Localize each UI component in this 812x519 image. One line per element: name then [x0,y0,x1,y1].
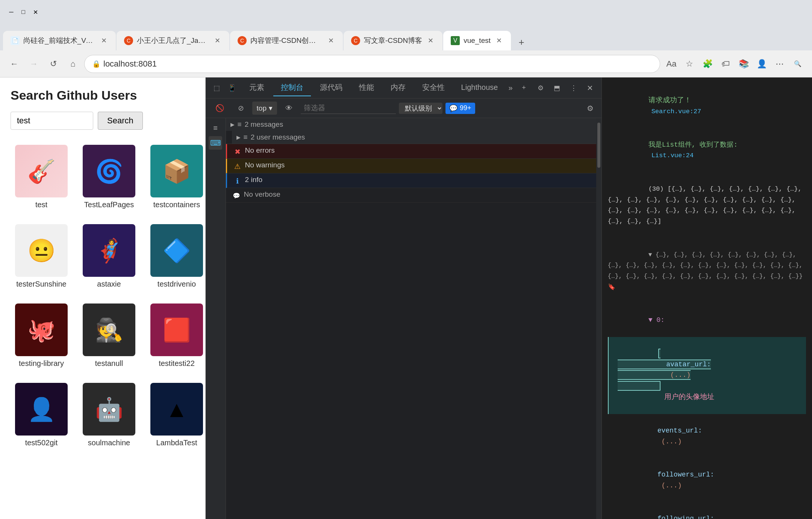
console-no-verbose[interactable]: 💬 No verbose [226,188,596,203]
app-title: Search Github Users [11,88,195,103]
search-row: Search [11,112,195,130]
expand-icon: ▶ [230,121,235,127]
filter-input[interactable] [301,102,396,114]
code-line-following-url[interactable]: following_url: (...) [608,502,806,519]
lock-icon: 🔒 [92,60,100,68]
devtools-tab-security[interactable]: 安全性 [415,79,452,96]
user-avatar-soulmachine: 🤖 [83,383,135,436]
forward-button[interactable]: → [26,56,42,72]
user-card-testersunshine[interactable]: 😐 testerSunshine [11,220,72,293]
code-line-avatar-url[interactable]: avatar_url: (...) 用户的头像地址 [608,337,806,414]
user-card-test502git[interactable]: 👤 test502git [11,378,72,452]
user-card-testleafpages[interactable]: 🌀 TestLeafPages [78,140,140,214]
info-label: 2 info [245,176,590,184]
address-bar[interactable]: 🔒 localhost:8081 [84,55,660,73]
coupon-icon[interactable]: 🏷 [717,56,734,72]
message-count-badge[interactable]: 💬 99+ [445,103,475,114]
devtools-top-dropdown[interactable]: top ▾ [252,102,277,115]
tab-2[interactable]: C 小王小王几点了_JavaScript,CS... ✕ [117,31,229,50]
bookmark-icon[interactable]: ☆ [681,56,698,72]
devtools-icon[interactable]: 🔍 [789,56,806,72]
devtools-tab-console[interactable]: 控制台 [273,79,311,96]
user-name-testleafpages: TestLeafPages [84,200,134,209]
devtools-settings-button[interactable]: ⚙ [534,81,547,95]
search-vue-link[interactable]: Search.vue:27 [651,108,701,115]
devtools-more-button[interactable]: ⋮ [567,81,580,95]
search-input[interactable] [11,112,93,130]
user-card-lambdatest[interactable]: ▲ LambdaTest [146,378,206,452]
new-tab-button[interactable]: + [513,34,530,50]
user-card-testdrivenio[interactable]: 🔷 testdrivenio [146,220,206,293]
devtools-dock-button[interactable]: ⬒ [550,81,564,95]
back-button[interactable]: ← [6,56,23,72]
tab-1-close[interactable]: ✕ [99,36,108,45]
maximize-button[interactable]: □ [18,7,29,17]
devtools-mobile-icon[interactable]: 📱 [225,81,239,95]
devtools-gear-icon[interactable]: ⚙ [583,102,597,115]
user-avatar-testanull: 🕵 [83,304,135,356]
tab-1[interactable]: 📄 尚硅谷_前端技术_Vue全家桶p... ✕ [3,31,116,50]
code-line-events-url[interactable]: events_url: (...) [608,414,806,458]
console-group-header-user-messages[interactable]: ▶ ≡ 2 user messages [232,131,596,144]
sidebar-messages-icon[interactable]: ≡ [209,121,222,135]
devtools-tab-sources[interactable]: 源代码 [312,79,350,96]
tab-5-close[interactable]: ✕ [494,36,503,45]
console-no-warnings[interactable]: ⚠ No warnings [226,159,596,173]
user-avatar-testersunshine: 😐 [15,224,68,277]
devtools-tabs: 元素 控制台 源代码 性能 内存 安全性 Lighthouse » [242,79,514,96]
devtools-secondary-bar: 🚫 ⊘ top ▾ 👁 默认级别 💬 99+ ⚙ [206,99,601,118]
user-card-test[interactable]: 🎸 test [11,140,72,214]
collections-icon[interactable]: 📚 [735,56,752,72]
tab-3[interactable]: C 内容管理-CSDN创作中心 ✕ [230,31,343,50]
devtools-eye-button[interactable]: 👁 [280,102,298,115]
user-avatar-testdrivenio: 🔷 [150,224,203,277]
devtools-filter-button[interactable]: ⊘ [233,102,249,115]
user-card-testanull[interactable]: 🕵 testanull [78,299,140,372]
tab-2-close[interactable]: ✕ [213,36,222,45]
message-count-icon: 💬 [449,104,458,112]
list-msg-text: 我是List组件, 收到了数据: [648,141,738,149]
tab-4[interactable]: C 写文章-CSDN博客 ✕ [344,31,442,50]
user-grid: 🎸 test 🌀 TestLeafPages 📦 testcontainers [11,140,195,452]
devtools-add-button[interactable]: + [517,81,531,95]
sidebar-console-icon[interactable]: ⌨ [209,136,222,150]
devtools-tab-more[interactable]: » [507,82,514,94]
console-group-header-messages[interactable]: ▶ ≡ 2 messages [226,118,596,131]
no-verbose-label: No verbose [244,190,590,199]
tab-5[interactable]: V vue_test ✕ [443,31,511,50]
user-name-astaxie: astaxie [97,280,121,288]
user-card-testitesti22[interactable]: 🟥 testitesti22 [146,299,206,372]
more-icon[interactable]: ⋯ [771,56,788,72]
home-button[interactable]: ⌂ [65,56,81,72]
profile-icon[interactable]: 👤 [753,56,770,72]
list-vue-link[interactable]: List.vue:24 [651,152,694,159]
vue-app-panel: Search Github Users Search 🎸 test 🌀 Test… [0,77,206,519]
devtools-tab-memory[interactable]: 内存 [383,79,413,96]
search-button[interactable]: Search [98,112,143,130]
devtools-tab-performance[interactable]: 性能 [351,79,382,96]
tab-3-close[interactable]: ✕ [326,36,335,45]
user-card-testing-library[interactable]: 🐙 testing-library [11,299,72,372]
console-info[interactable]: ℹ 2 info [226,173,596,188]
close-button[interactable]: ✕ [30,7,41,17]
devtools-inspect-icon[interactable]: ⬚ [210,81,224,95]
devtools-tab-elements[interactable]: 元素 [242,79,272,96]
minimize-button[interactable]: ─ [6,7,17,17]
user-card-testcontainers[interactable]: 📦 testcontainers [146,140,206,214]
devtools-close-button[interactable]: ✕ [583,81,597,95]
refresh-button[interactable]: ↺ [45,56,62,72]
extensions-icon[interactable]: 🧩 [699,56,716,72]
devtools-tab-lighthouse[interactable]: Lighthouse [454,80,506,96]
code-line-followers-url[interactable]: followers_url: (...) [608,458,806,502]
level-select[interactable]: 默认级别 [399,103,442,114]
tab-4-close[interactable]: ✕ [426,36,435,45]
console-no-errors[interactable]: ✖ No errors [226,144,596,159]
user-card-astaxie[interactable]: 🦸 astaxie [78,220,140,293]
read-mode-icon[interactable]: Aa [663,56,680,72]
devtools-toolbar: ⬚ 📱 元素 控制台 源代码 性能 内存 安全性 Lighthouse » + … [206,77,601,99]
devtools-clear-button[interactable]: 🚫 [210,102,230,115]
devtools-scrollbar[interactable] [596,118,601,519]
code-line-success: 请求成功了！ Search.vue:27 [608,83,806,128]
user-card-soulmachine[interactable]: 🤖 soulmachine [78,378,140,452]
tab-4-title: 写文章-CSDN博客 [364,36,422,46]
